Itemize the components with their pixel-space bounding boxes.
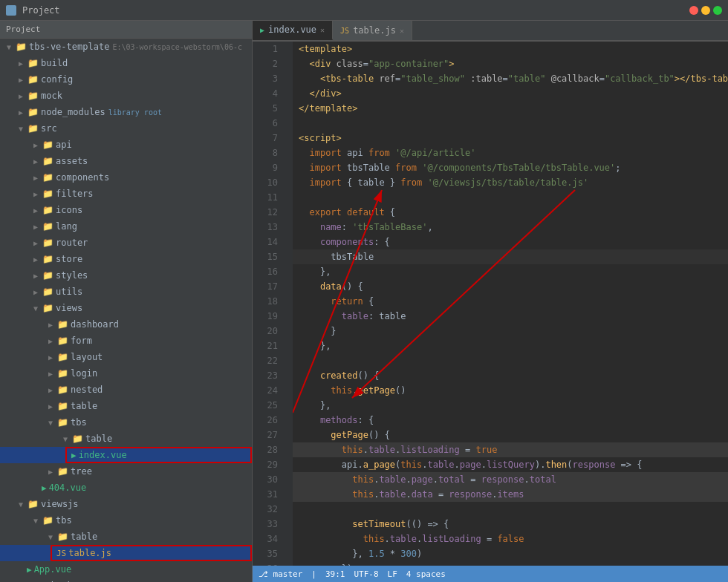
sidebar-item-components[interactable]: ▶ 📁 components [0,169,252,186]
sidebar-item-router[interactable]: ▶ 📁 router [0,235,252,251]
sidebar-item-dashboard[interactable]: ▶ 📁 dashboard [0,316,252,333]
sidebar-item-assets[interactable]: ▶ 📁 assets [0,153,252,169]
close-button[interactable] [689,6,698,15]
sidebar-item-styles[interactable]: ▶ 📁 styles [0,267,252,284]
sidebar-item-utils[interactable]: ▶ 📁 utils [0,284,252,300]
code-line-35: }, 1.5 * 300) [293,546,728,561]
folder-icon: 📁 [56,402,68,411]
tab-table-js[interactable]: JS table.js ✕ [333,21,412,40]
item-label: lang [56,221,77,232]
sidebar-item-mainjs[interactable]: JS main.js [0,578,252,582]
sidebar-item-tbs-ve-template[interactable]: ▼ 📁 tbs-ve-template E:\03-workspace-webs… [0,39,252,55]
code-line-21: }, [293,339,728,353]
sidebar-item-mock[interactable]: ▶ 📁 mock [0,88,252,104]
folder-icon: 📁 [15,42,27,51]
git-branch: ⎇ master [259,569,302,579]
folder-icon: 📁 [56,353,68,362]
sidebar-item-build[interactable]: ▶ 📁 build [0,55,252,71]
sidebar-item-config[interactable]: ▶ 📁 config [0,71,252,88]
sidebar-item-tree[interactable]: ▶ 📁 tree [0,463,252,480]
sidebar-header: Project [0,21,252,39]
path-label: E:\03-workspace-webstorm\06-c [112,43,242,51]
sidebar-item-node-modules[interactable]: ▶ 📁 node_modules library root [0,104,252,120]
sidebar-item-form[interactable]: ▶ 📁 form [0,333,252,349]
code-line-32 [293,502,728,517]
folder-icon: 📁 [56,369,68,378]
folder-icon: 📁 [27,75,39,84]
encoding: UTF-8 [354,569,378,579]
status-separator: | [311,569,316,579]
item-label: form [71,336,92,346]
code-line-10: import { table } from '@/viewsjs/tbs/tab… [293,175,728,190]
sidebar-item-tbs-table[interactable]: ▼ 📁 table [0,431,252,447]
code-line-17: data() { [293,279,728,294]
item-label: tree [71,466,92,477]
item-label: components [56,172,109,183]
sidebar-item-layout[interactable]: ▶ 📁 layout [0,349,252,365]
expand-arrow: ▶ [30,157,42,166]
sidebar-item-filters[interactable]: ▶ 📁 filters [0,186,252,202]
item-label: utils [56,287,82,297]
folder-icon: 📁 [42,287,53,296]
code-line-6 [293,116,728,131]
sidebar-item-table-js[interactable]: JS table.js [0,545,252,561]
code-line-19: table: table [293,309,728,324]
line-col: 39:1 [325,569,345,579]
sidebar-item-views[interactable]: ▼ 📁 views [0,300,252,316]
line-numbers: 12345 678910 1112131415 1617181920 21222… [253,42,282,566]
sidebar-item-viewsjs-table[interactable]: ▼ 📁 table [0,529,252,545]
folder-icon: 📁 [56,418,68,427]
code-editor[interactable]: 12345 678910 1112131415 1617181920 21222… [253,42,728,566]
sidebar-item-store[interactable]: ▶ 📁 store [0,251,252,267]
item-label: tbs-ve-template [29,42,109,52]
editor-area: ▶ index.vue ✕ JS table.js ✕ 12345 678910… [253,21,728,582]
sidebar-item-table[interactable]: ▶ 📁 table [0,398,252,414]
code-line-11 [293,190,728,205]
sidebar-item-src[interactable]: ▼ 📁 src [0,120,252,137]
expand-arrow: ▶ [30,223,42,231]
expand-arrow: ▶ [15,76,27,84]
sidebar-item-icons[interactable]: ▶ 📁 icons [0,202,252,218]
folder-icon: 📁 [42,304,53,313]
tab-label: table.js [353,25,396,36]
sidebar-item-api[interactable]: ▶ 📁 api [0,137,252,153]
sidebar-item-login[interactable]: ▶ 📁 login [0,365,252,382]
code-line-29: api.a_page(this.table.page.listQuery).th… [293,457,728,472]
code-line-33: setTimeout(() => { [293,517,728,532]
expand-arrow: ▼ [30,304,42,313]
item-label: table [71,401,97,411]
folder-icon: 📁 [42,189,53,198]
maximize-button[interactable] [713,6,722,15]
sidebar-item-appvue[interactable]: ▶ App.vue [0,561,252,578]
tab-index-vue[interactable]: ▶ index.vue ✕ [253,21,333,40]
expand-arrow: ▶ [45,386,56,394]
editor-gutter [282,42,293,566]
expand-arrow: ▼ [15,125,27,133]
sidebar-item-viewsjs[interactable]: ▼ 📁 viewsjs [0,496,252,512]
folder-icon: 📁 [42,206,53,215]
folder-icon: 📁 [56,467,68,476]
sidebar-item-404[interactable]: ▶ 404.vue [0,480,252,496]
folder-icon: 📁 [42,271,53,280]
expand-arrow: ▼ [45,419,56,427]
tab-close-button[interactable]: ✕ [400,27,404,35]
tab-close-button[interactable]: ✕ [320,26,325,34]
expand-arrow: ▶ [15,59,27,68]
sidebar-item-nested[interactable]: ▶ 📁 nested [0,382,252,398]
vue-file-icon: ▶ [71,451,77,460]
code-content[interactable]: <template> <div class="app-container"> <… [293,42,728,566]
code-line-22 [293,353,728,368]
item-label: index.vue [79,450,127,460]
sidebar-item-lang[interactable]: ▶ 📁 lang [0,218,252,235]
expand-arrow: ▶ [30,190,42,198]
sidebar-item-index-vue[interactable]: ▶ index.vue [0,447,252,463]
item-label: api [56,140,72,150]
code-line-1: <template> [293,42,728,56]
item-label: src [41,123,57,134]
code-line-28: this.table.listLoading = true [293,442,728,457]
item-label: App.vue [34,564,72,575]
sidebar-item-viewsjs-tbs[interactable]: ▼ 📁 tbs [0,512,252,529]
minimize-button[interactable] [701,6,710,15]
sidebar-item-tbs[interactable]: ▼ 📁 tbs [0,414,252,431]
expand-arrow: ▶ [45,370,56,378]
